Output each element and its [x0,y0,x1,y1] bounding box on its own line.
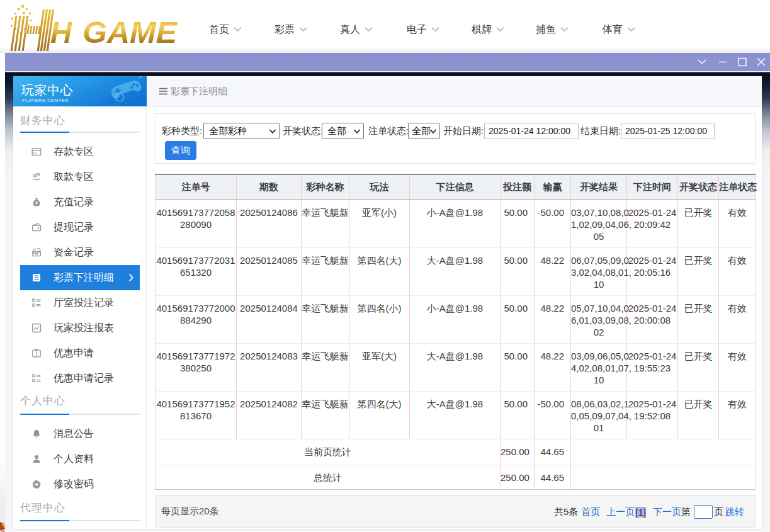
svg-text:¥: ¥ [35,201,38,205]
svg-text:GAME: GAME [82,15,178,49]
svg-text:H: H [50,15,73,49]
